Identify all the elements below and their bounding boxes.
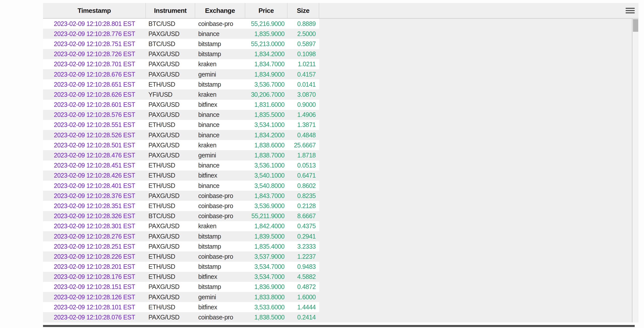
cell-size[interactable]: 0.4872 <box>288 282 319 292</box>
cell-size[interactable]: 1.6000 <box>288 292 319 302</box>
cell-timestamp[interactable]: 2023-02-09 12:10:28.776 EST <box>43 29 146 39</box>
cell-price[interactable]: 3,536.7000 <box>245 79 288 89</box>
cell-exchange[interactable]: coinbase-pro <box>195 201 245 211</box>
cell-exchange[interactable]: bitfinex <box>195 171 245 181</box>
cell-timestamp[interactable]: 2023-02-09 12:10:28.376 EST <box>43 191 146 201</box>
cell-exchange[interactable]: gemini <box>195 150 245 160</box>
cell-exchange[interactable]: kraken <box>195 89 245 100</box>
cell-price[interactable]: 3,537.9000 <box>245 251 288 261</box>
cell-exchange[interactable]: coinbase-pro <box>195 251 245 261</box>
cell-price[interactable]: 3,533.6000 <box>245 302 288 312</box>
cell-size[interactable]: 0.4375 <box>288 221 319 231</box>
cell-instrument[interactable]: PAXG/USD <box>146 312 195 322</box>
cell-instrument[interactable]: ETH/USD <box>146 272 195 282</box>
cell-size[interactable]: 3.2333 <box>288 241 319 251</box>
cell-instrument[interactable]: ETH/USD <box>146 79 195 89</box>
cell-price[interactable]: 55,213.0000 <box>245 39 288 49</box>
cell-price[interactable]: 3,540.1000 <box>245 171 288 181</box>
cell-size[interactable]: 0.6471 <box>288 171 319 181</box>
cell-instrument[interactable]: PAXG/USD <box>146 69 195 79</box>
cell-size[interactable]: 0.2414 <box>288 312 319 322</box>
cell-instrument[interactable]: YFI/USD <box>146 89 195 100</box>
cell-instrument[interactable]: PAXG/USD <box>146 59 195 69</box>
cell-price[interactable]: 1,843.7000 <box>245 191 288 201</box>
cell-price[interactable]: 1,838.6000 <box>245 140 288 150</box>
cell-size[interactable]: 1.2237 <box>288 251 319 261</box>
cell-price[interactable]: 3,534.7000 <box>245 262 288 272</box>
cell-exchange[interactable]: coinbase-pro <box>195 312 245 322</box>
cell-instrument[interactable]: PAXG/USD <box>146 241 195 251</box>
cell-price[interactable]: 3,534.7000 <box>245 272 288 282</box>
horizontal-scrollbar[interactable] <box>43 325 635 327</box>
cell-exchange[interactable]: kraken <box>195 59 245 69</box>
cell-instrument[interactable]: ETH/USD <box>146 120 195 130</box>
cell-size[interactable]: 0.4848 <box>288 130 319 140</box>
cell-exchange[interactable]: binance <box>195 130 245 140</box>
cell-price[interactable]: 1,835.4000 <box>245 241 288 251</box>
cell-price[interactable]: 55,211.9000 <box>245 211 288 221</box>
cell-exchange[interactable]: binance <box>195 120 245 130</box>
cell-exchange[interactable]: gemini <box>195 69 245 79</box>
cell-timestamp[interactable]: 2023-02-09 12:10:28.451 EST <box>43 160 146 171</box>
cell-price[interactable]: 3,536.9000 <box>245 201 288 211</box>
cell-instrument[interactable]: BTC/USD <box>146 19 195 29</box>
cell-price[interactable]: 1,838.5000 <box>245 312 288 322</box>
cell-timestamp[interactable]: 2023-02-09 12:10:28.076 EST <box>43 312 146 322</box>
cell-exchange[interactable]: bitfinex <box>195 302 245 312</box>
hamburger-icon[interactable] <box>626 8 635 13</box>
cell-exchange[interactable]: binance <box>195 29 245 39</box>
cell-size[interactable]: 8.6667 <box>288 211 319 221</box>
cell-exchange[interactable]: kraken <box>195 140 245 150</box>
cell-exchange[interactable]: coinbase-pro <box>195 19 245 29</box>
cell-size[interactable]: 4.5882 <box>288 272 319 282</box>
cell-exchange[interactable]: bitstamp <box>195 282 245 292</box>
cell-timestamp[interactable]: 2023-02-09 12:10:28.126 EST <box>43 292 146 302</box>
cell-instrument[interactable]: ETH/USD <box>146 171 195 181</box>
cell-timestamp[interactable]: 2023-02-09 12:10:28.676 EST <box>43 69 146 79</box>
cell-instrument[interactable]: PAXG/USD <box>146 140 195 150</box>
cell-timestamp[interactable]: 2023-02-09 12:10:28.201 EST <box>43 262 146 272</box>
cell-price[interactable]: 3,536.1000 <box>245 160 288 171</box>
cell-price[interactable]: 55,216.9000 <box>245 19 288 29</box>
cell-instrument[interactable]: BTC/USD <box>146 39 195 49</box>
cell-exchange[interactable]: binance <box>195 160 245 171</box>
cell-timestamp[interactable]: 2023-02-09 12:10:28.701 EST <box>43 59 146 69</box>
cell-instrument[interactable]: PAXG/USD <box>146 150 195 160</box>
cell-size[interactable]: 1.3871 <box>288 120 319 130</box>
cell-exchange[interactable]: bitfinex <box>195 100 245 110</box>
cell-timestamp[interactable]: 2023-02-09 12:10:28.501 EST <box>43 140 146 150</box>
cell-timestamp[interactable]: 2023-02-09 12:10:28.426 EST <box>43 171 146 181</box>
cell-instrument[interactable]: ETH/USD <box>146 302 195 312</box>
cell-size[interactable]: 2.5000 <box>288 29 319 39</box>
cell-exchange[interactable]: binance <box>195 110 245 120</box>
cell-exchange[interactable]: bitstamp <box>195 39 245 49</box>
cell-instrument[interactable]: BTC/USD <box>146 211 195 221</box>
cell-timestamp[interactable]: 2023-02-09 12:10:28.176 EST <box>43 272 146 282</box>
cell-price[interactable]: 1,834.2000 <box>245 49 288 59</box>
cell-exchange[interactable]: bitstamp <box>195 49 245 59</box>
cell-size[interactable]: 1.0211 <box>288 59 319 69</box>
cell-instrument[interactable]: PAXG/USD <box>146 130 195 140</box>
cell-price[interactable]: 3,534.1000 <box>245 120 288 130</box>
cell-timestamp[interactable]: 2023-02-09 12:10:28.751 EST <box>43 39 146 49</box>
cell-size[interactable]: 0.9000 <box>288 100 319 110</box>
cell-exchange[interactable]: binance <box>195 181 245 191</box>
cell-size[interactable]: 0.8235 <box>288 191 319 201</box>
cell-timestamp[interactable]: 2023-02-09 12:10:28.551 EST <box>43 120 146 130</box>
cell-timestamp[interactable]: 2023-02-09 12:10:28.276 EST <box>43 231 146 241</box>
cell-price[interactable]: 3,540.8000 <box>245 181 288 191</box>
cell-size[interactable]: 0.5897 <box>288 39 319 49</box>
cell-size[interactable]: 25.6667 <box>288 140 319 150</box>
cell-price[interactable]: 1,834.9000 <box>245 69 288 79</box>
cell-size[interactable]: 3.0870 <box>288 89 319 100</box>
cell-timestamp[interactable]: 2023-02-09 12:10:28.476 EST <box>43 150 146 160</box>
cell-price[interactable]: 1,831.6000 <box>245 100 288 110</box>
cell-timestamp[interactable]: 2023-02-09 12:10:28.326 EST <box>43 211 146 221</box>
cell-instrument[interactable]: PAXG/USD <box>146 221 195 231</box>
cell-instrument[interactable]: ETH/USD <box>146 160 195 171</box>
cell-timestamp[interactable]: 2023-02-09 12:10:28.401 EST <box>43 181 146 191</box>
cell-timestamp[interactable]: 2023-02-09 12:10:28.251 EST <box>43 241 146 251</box>
cell-price[interactable]: 1,838.7000 <box>245 150 288 160</box>
cell-exchange[interactable]: bitstamp <box>195 241 245 251</box>
cell-exchange[interactable]: bitstamp <box>195 79 245 89</box>
